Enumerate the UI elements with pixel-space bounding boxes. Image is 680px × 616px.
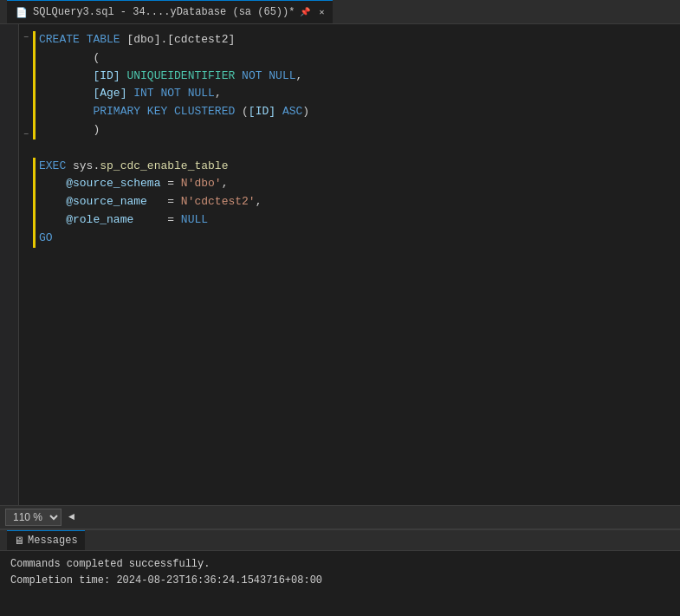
message-line-1: Commands completed successfully. (10, 556, 670, 573)
token: INT (133, 85, 153, 103)
token: , (296, 68, 303, 86)
token: = (147, 193, 181, 211)
token: ) (93, 121, 100, 139)
token: PRIMARY KEY CLUSTERED (93, 103, 235, 121)
token: , (222, 175, 229, 193)
token: NOT NULL (242, 68, 295, 86)
token: TABLE (87, 31, 120, 49)
token: @source_name (66, 193, 147, 211)
indent (39, 68, 93, 86)
token: ASC (282, 103, 302, 121)
messages-tab[interactable]: 🖥 Messages (7, 530, 85, 550)
token: N'dbo' (181, 175, 222, 193)
collapse-toggle[interactable]: − (19, 31, 33, 45)
zoom-select[interactable]: 110 % 100 % 125 % 150 % (5, 509, 62, 526)
collapse-spacer (19, 59, 33, 73)
sql-file-icon: 📄 (16, 7, 28, 18)
messages-content: Commands completed successfully. Complet… (0, 551, 680, 594)
token: , (215, 85, 222, 103)
token: NOT NULL (160, 85, 214, 103)
collapse-spacer (19, 184, 33, 198)
indent (39, 85, 93, 103)
token: @source_schema (66, 175, 160, 193)
token: [dbo].[cdctest2] (120, 31, 236, 49)
token: CREATE (39, 31, 80, 49)
code-line: EXEC sys.sp_cdc_enable_table (39, 158, 680, 176)
bottom-toolbar: 110 % 100 % 125 % 150 % ◄ (0, 505, 680, 529)
collapse-spacer (19, 170, 33, 184)
message-line-2: Completion time: 2024-08-23T16:36:24.154… (10, 573, 670, 589)
collapse-spacer (19, 142, 33, 156)
token: sp_cdc_enable_table (100, 158, 228, 176)
code-line: GO (39, 230, 680, 248)
messages-icon: 🖥 (14, 535, 24, 548)
token: NULL (181, 211, 208, 230)
title-bar: 📄 SQLQuery3.sql - 34....yDatabase (sa (6… (0, 0, 680, 24)
code-line: PRIMARY KEY CLUSTERED ([ID] ASC) (39, 103, 680, 121)
token (120, 68, 127, 86)
collapse-spacer (19, 45, 33, 59)
token: [Age] (93, 85, 126, 103)
token (235, 68, 242, 86)
messages-tab-bar: 🖥 Messages (0, 530, 680, 551)
token: , (256, 193, 262, 211)
collapse-spacer (19, 101, 33, 114)
collapse-spacer (19, 87, 33, 101)
token: = (133, 211, 181, 230)
token: GO (39, 230, 53, 248)
token: = (160, 175, 180, 193)
pin-button[interactable]: 📌 (300, 7, 310, 17)
code-line: CREATE TABLE [dbo].[cdctest2] (39, 31, 680, 49)
scroll-left-button[interactable]: ◄ (65, 509, 78, 525)
token: N'cdctest2' (181, 193, 256, 211)
left-sidebar (0, 24, 19, 505)
collapse-spacer (19, 73, 33, 87)
indent (39, 211, 66, 230)
code-line (39, 139, 680, 158)
indent (39, 103, 93, 121)
token: UNIQUEIDENTIFIER (126, 68, 235, 86)
indent (39, 121, 93, 139)
messages-tab-label: Messages (28, 535, 78, 547)
code-line: ( (39, 49, 680, 68)
code-line: [Age] INT NOT NULL, (39, 85, 680, 103)
code-line: @role_name = NULL (39, 211, 680, 230)
token: ( (93, 49, 100, 68)
editor-container: −− CREATE TABLE [dbo].[cdctest2] ( [ID] … (0, 24, 680, 505)
indent (39, 49, 93, 68)
collapse-toggle[interactable]: − (19, 128, 33, 142)
indent (39, 175, 66, 193)
collapse-spacer (19, 156, 33, 170)
code-line: @source_name = N'cdctest2', (39, 193, 680, 211)
code-editor[interactable]: CREATE TABLE [dbo].[cdctest2] ( [ID] UNI… (36, 24, 680, 505)
token: @role_name (66, 211, 133, 230)
code-line: [ID] UNIQUEIDENTIFIER NOT NULL, (39, 68, 680, 86)
token: ( (235, 103, 249, 121)
tab-label: SQLQuery3.sql - 34....yDatabase (sa (65)… (33, 6, 295, 18)
close-tab-button[interactable]: ✕ (319, 7, 324, 17)
completion-time-label: Completion time: 2024-08-23T16:36:24.154… (10, 574, 322, 587)
indent (39, 193, 66, 211)
token: EXEC (39, 158, 66, 176)
token: sys. (66, 158, 100, 176)
token (126, 85, 133, 103)
editor-tab[interactable]: 📄 SQLQuery3.sql - 34....yDatabase (sa (6… (7, 0, 333, 23)
token: [ID] (93, 68, 120, 86)
collapse-spacer (19, 114, 33, 128)
token (275, 103, 282, 121)
token: [ID] (249, 103, 275, 121)
token (80, 31, 87, 49)
token: ) (302, 103, 309, 121)
code-line: @source_schema = N'dbo', (39, 175, 680, 193)
collapse-area: −− (19, 24, 33, 505)
messages-panel: 🖥 Messages Commands completed successful… (0, 529, 680, 616)
token (154, 85, 161, 103)
code-line: ) (39, 121, 680, 139)
